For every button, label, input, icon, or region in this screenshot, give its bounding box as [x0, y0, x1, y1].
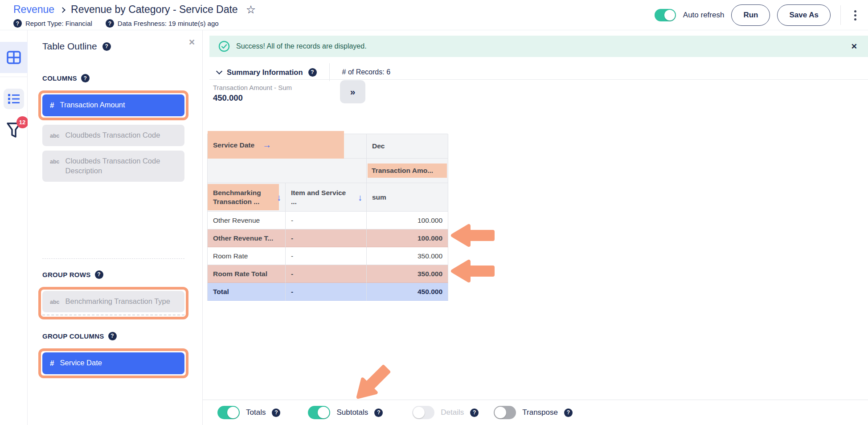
header-actions: Auto refresh Run Save As [655, 0, 860, 30]
highlight-box-service-date: # Service Date [38, 348, 188, 378]
totals-toggle[interactable] [217, 406, 240, 419]
group-columns-section-label: GROUP COLUMNS [42, 332, 184, 340]
field-chip-label: Service Date [60, 358, 102, 368]
group-rows-section-label: GROUP ROWS [42, 270, 184, 279]
columns-help-icon[interactable] [81, 74, 90, 82]
numeric-type-icon: # [50, 359, 54, 368]
save-as-button[interactable]: Save As [777, 4, 831, 26]
details-toggle-group: Details [412, 406, 479, 419]
header-divider [840, 5, 841, 25]
row-value-cell: 100.000 [367, 212, 448, 229]
field-chip-label: Transaction Amount [60, 100, 125, 110]
row-group-header-benchmarking[interactable]: Benchmarking Transaction ... [208, 183, 286, 212]
metric-label: Transaction Amount - Sum [213, 84, 292, 91]
row-name-cell: Room Rate [208, 247, 286, 265]
subtotals-toggle[interactable] [308, 406, 330, 419]
data-freshness-label: Data Freshness: 19 minute(s) ago [118, 20, 219, 27]
field-chip-transaction-amount[interactable]: # Transaction Amount [42, 94, 184, 116]
list-icon [8, 94, 20, 104]
panel-dashed-divider [42, 258, 184, 259]
breadcrumb-chevron-icon [60, 7, 66, 13]
row-name-cell: Other Revenue T... [208, 229, 286, 247]
row-value-cell: 350.000 [367, 265, 448, 283]
row-name-cell: Room Rate Total [208, 265, 286, 283]
row-name-cell: Total [208, 283, 286, 301]
panel-title: Table Outline [42, 41, 97, 52]
nav-filters-button[interactable]: 12 [6, 122, 21, 141]
period-header-cell: Dec [367, 134, 448, 159]
summary-metric: Transaction Amount - Sum 450.000 [213, 84, 292, 103]
columns-section-label: COLUMNS [42, 74, 184, 82]
report-type-help-icon[interactable] [13, 19, 22, 28]
auto-refresh-toggle[interactable] [655, 9, 676, 21]
table-outline-help-icon[interactable] [102, 42, 111, 51]
banner-close-icon[interactable] [851, 42, 857, 51]
annotation-arrow-left-icon [450, 258, 495, 284]
expand-summary-button[interactable] [340, 80, 365, 103]
row-item-cell: - [286, 283, 367, 301]
field-chip-benchmarking-transaction-type[interactable]: abc Benchmarking Transaction Type [42, 291, 184, 312]
nav-table-view-button[interactable] [0, 42, 28, 73]
nav-outline-button[interactable] [4, 89, 24, 109]
filter-count-badge: 12 [16, 116, 29, 128]
breadcrumb-revenue-link[interactable]: Revenue [13, 4, 54, 16]
transpose-help-icon[interactable] [564, 409, 573, 417]
metric-value: 450.000 [213, 93, 292, 103]
service-date-axis-highlight: Service Date [208, 131, 344, 159]
transpose-label: Transpose [522, 408, 558, 417]
report-meta-row: Report Type: Financial Data Freshness: 1… [13, 19, 219, 28]
benchmarking-header-highlight: Benchmarking Transaction ... [208, 184, 279, 210]
field-chip-cloudbeds-transaction-code[interactable]: abc Cloudbeds Transaction Code [42, 125, 184, 146]
field-chip-service-date[interactable]: # Service Date [42, 352, 184, 374]
panel-close-icon[interactable] [188, 37, 195, 47]
transpose-toggle[interactable] [494, 406, 516, 419]
report-builder-page: Revenue Revenue by Category - Service Da… [0, 0, 868, 425]
favorite-star-icon[interactable] [246, 4, 256, 15]
subtotals-toggle-group: Subtotals [308, 406, 383, 419]
numeric-type-icon: # [50, 101, 54, 110]
table-options-footer: Totals Subtotals Details Transpose [203, 400, 868, 425]
row-item-cell: - [286, 247, 367, 265]
page-title: Revenue by Category - Service Date [71, 4, 238, 16]
report-type-label: Report Type: Financial [25, 20, 92, 27]
subtotals-help-icon[interactable] [374, 409, 383, 417]
field-chip-cloudbeds-transaction-code-description[interactable]: abc Cloudbeds Transaction Code Descripti… [42, 151, 184, 182]
more-options-button[interactable] [851, 8, 860, 23]
transpose-toggle-group: Transpose [494, 406, 573, 419]
summary-information-title: Summary Information [227, 68, 303, 77]
highlight-box-transaction-amount: # Transaction Amount [38, 90, 188, 120]
sort-descending-icon[interactable] [277, 192, 281, 202]
auto-refresh-label: Auto refresh [683, 11, 725, 20]
summary-help-icon[interactable] [308, 68, 317, 77]
totals-help-icon[interactable] [272, 409, 280, 417]
summary-information-row: Summary Information # of Records: 6 [217, 63, 390, 81]
success-banner: Success! All of the records are displaye… [209, 36, 868, 57]
text-type-icon: abc [50, 158, 60, 166]
field-chip-label: Benchmarking Transaction Type [66, 297, 170, 306]
row-group-header-item-service[interactable]: Item and Service ... [286, 183, 367, 212]
row-item-cell: - [286, 212, 367, 229]
table-grid-icon [7, 51, 21, 64]
run-button[interactable]: Run [731, 4, 770, 26]
group-columns-help-icon[interactable] [108, 332, 117, 340]
highlight-box-benchmarking-transaction-type: abc Benchmarking Transaction Type [38, 287, 188, 319]
top-bar: Revenue Revenue by Category - Service Da… [0, 0, 868, 30]
field-chip-label: Cloudbeds Transaction Code Description [66, 156, 177, 176]
details-help-icon[interactable] [470, 409, 479, 417]
summary-underline [209, 79, 868, 80]
subtotals-label: Subtotals [336, 408, 368, 417]
records-count-label: # of Records: 6 [342, 68, 391, 76]
text-type-icon: abc [50, 298, 60, 306]
details-toggle[interactable] [412, 406, 434, 419]
collapse-chevron-icon[interactable] [216, 68, 222, 74]
group-rows-help-icon[interactable] [95, 270, 103, 279]
row-item-cell: - [286, 229, 367, 247]
rail-divider [0, 77, 27, 77]
data-freshness-help-icon[interactable] [106, 19, 114, 28]
row-name-cell: Other Revenue [208, 212, 286, 229]
column-axis-header-cell: Service Date [208, 134, 367, 159]
annotation-arrow-left-icon [450, 223, 495, 248]
totals-label: Totals [246, 408, 266, 417]
sort-descending-icon[interactable] [358, 192, 362, 202]
aggregation-header-cell: sum [367, 183, 448, 212]
